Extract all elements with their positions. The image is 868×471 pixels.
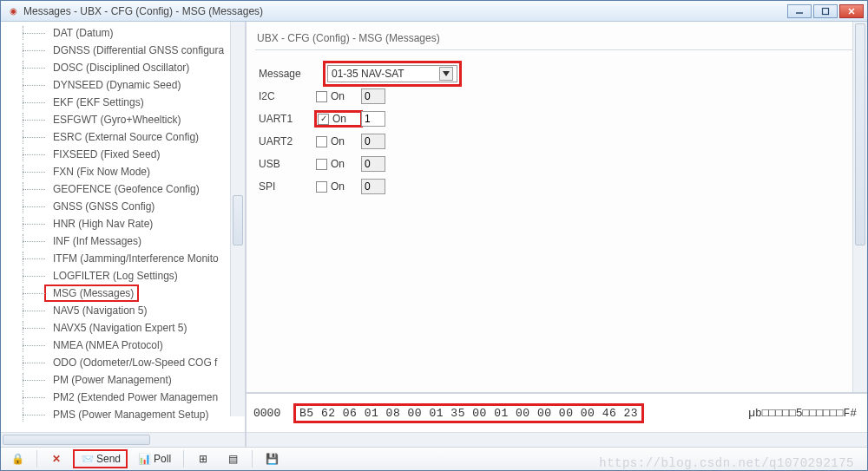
tree-item-label: INF (Inf Messages) — [49, 235, 141, 247]
port-label: I2C — [259, 90, 316, 102]
send-button[interactable]: 📨 Send — [73, 449, 128, 468]
port-rate-input[interactable] — [361, 111, 385, 127]
svg-marker-4 — [443, 71, 450, 76]
message-dropdown[interactable]: 01-35 NAV-SAT — [327, 65, 457, 82]
tree-item-label: PMS (Power Management Setup) — [49, 409, 208, 421]
tree-item[interactable]: ITFM (Jamming/Interference Monito — [1, 250, 245, 267]
dropdown-arrow-icon[interactable] — [439, 67, 453, 81]
watermark-text: https://blog.csdn.net/q1070292175 — [599, 456, 854, 470]
port-on-label: On — [331, 158, 345, 170]
message-tree[interactable]: DAT (Datum)DGNSS (Differential GNSS conf… — [1, 24, 245, 423]
tree-item-label: ODO (Odometer/Low-Speed COG f — [49, 357, 217, 369]
tree-item-label: NAVX5 (Navigation Expert 5) — [49, 322, 187, 334]
tree-hscrollbar[interactable] — [1, 432, 245, 447]
tree-item-label: DGNSS (Differential GNSS configura — [49, 44, 224, 56]
tree-item[interactable]: NAV5 (Navigation 5) — [1, 302, 245, 319]
tree-item-label: EKF (EKF Settings) — [49, 96, 144, 108]
delete-button[interactable]: ✕ — [43, 449, 69, 468]
poll-button[interactable]: 📊 Poll — [131, 449, 177, 468]
tree-item-label: ITFM (Jamming/Interference Monito — [49, 252, 219, 265]
port-on-label: On — [331, 90, 345, 102]
port-on-checkbox[interactable] — [316, 181, 327, 193]
message-select-highlight: 01-35 NAV-SAT — [323, 61, 462, 87]
tree-item-label: GEOFENCE (Geofence Config) — [49, 183, 200, 195]
port-on-checkbox[interactable] — [316, 91, 327, 102]
port-on-checkbox[interactable]: ✓ — [318, 114, 329, 125]
config-panel: UBX - CFG (Config) - MSG (Messages) Mess… — [247, 22, 867, 392]
sheet-icon: ▤ — [226, 452, 240, 466]
config-breadcrumb: UBX - CFG (Config) - MSG (Messages) — [255, 27, 858, 48]
send-icon: 📨 — [80, 452, 94, 466]
port-row-spi: SPIOn — [255, 175, 858, 198]
toolbar-action-1[interactable]: ⊞ — [190, 449, 216, 468]
tree-item[interactable]: DAT (Datum) — [1, 24, 245, 42]
tree-item-label: LOGFILTER (Log Settings) — [49, 270, 178, 282]
tree-item[interactable]: INF (Inf Messages) — [1, 232, 245, 250]
tree-item-label: GNSS (GNSS Config) — [49, 200, 155, 213]
tree-item[interactable]: MSG (Messages) — [1, 285, 245, 302]
poll-label: Poll — [154, 453, 171, 465]
tree-item-label: FIXSEED (Fixed Seed) — [49, 148, 160, 160]
port-label: UART2 — [259, 135, 316, 147]
tree-item-label: MSG (Messages) — [49, 287, 134, 299]
window-title: Messages - UBX - CFG (Config) - MSG (Mes… — [23, 5, 787, 17]
tree-item-label: PM2 (Extended Power Managemen — [49, 391, 218, 403]
lock-button[interactable]: 🔒 — [4, 449, 30, 468]
tree-item[interactable]: DOSC (Disciplined Oscillator) — [1, 59, 245, 76]
maximize-button[interactable] — [813, 4, 838, 18]
toolbar-divider — [183, 450, 184, 468]
tree-item-label: DYNSEED (Dynamic Seed) — [49, 79, 181, 91]
tree-item[interactable]: DGNSS (Differential GNSS configura — [1, 42, 245, 59]
port-on-label: On — [332, 113, 346, 125]
port-label: UART1 — [259, 113, 316, 125]
port-rate-input[interactable] — [361, 156, 385, 172]
hex-bytes: B5 62 06 01 08 00 01 35 00 01 00 00 00 0… — [293, 403, 644, 423]
message-tree-pane: DAT (Datum)DGNSS (Differential GNSS conf… — [1, 22, 247, 447]
close-button[interactable] — [839, 4, 864, 18]
tree-item[interactable]: GEOFENCE (Geofence Config) — [1, 180, 245, 198]
port-row-uart2: UART2On — [255, 130, 858, 153]
toolbar-action-3[interactable]: 💾 — [259, 449, 285, 468]
tree-item[interactable]: FIXSEED (Fixed Seed) — [1, 146, 245, 163]
port-on-label: On — [331, 135, 345, 147]
tree-item[interactable]: PM (Power Management) — [1, 371, 245, 389]
port-label: SPI — [259, 180, 316, 193]
port-row-i2c: I2COn — [255, 85, 858, 108]
tree-item[interactable]: PMS (Power Management Setup) — [1, 406, 245, 423]
tree-item-label: FXN (Fix Now Mode) — [49, 166, 150, 178]
port-on-checkbox[interactable] — [316, 136, 327, 147]
svg-rect-1 — [823, 8, 829, 14]
tree-item[interactable]: FXN (Fix Now Mode) — [1, 163, 245, 180]
toolbar-divider — [252, 450, 253, 468]
tree-item-label: DAT (Datum) — [49, 27, 114, 39]
port-on-checkbox[interactable] — [316, 159, 327, 170]
config-vscrollbar[interactable] — [852, 22, 867, 392]
hex-hscrollbar[interactable] — [247, 432, 867, 447]
port-on-label: On — [331, 180, 345, 193]
tree-item[interactable]: LOGFILTER (Log Settings) — [1, 267, 245, 285]
minimize-button[interactable] — [787, 4, 812, 18]
tree-item[interactable]: DYNSEED (Dynamic Seed) — [1, 76, 245, 94]
tree-item[interactable]: NMEA (NMEA Protocol) — [1, 337, 245, 354]
toolbar-divider — [36, 450, 37, 468]
tree-item-label: NMEA (NMEA Protocol) — [49, 339, 163, 351]
tree-item-label: HNR (High Nav Rate) — [49, 218, 153, 230]
port-rate-input[interactable] — [361, 179, 385, 194]
tree-vscrollbar[interactable] — [230, 22, 245, 416]
tree-item[interactable]: ESFGWT (Gyro+Wheeltick) — [1, 111, 245, 128]
tree-item[interactable]: ODO (Odometer/Low-Speed COG f — [1, 354, 245, 371]
tree-item-label: PM (Power Management) — [49, 374, 172, 386]
tree-item[interactable]: ESRC (External Source Config) — [1, 128, 245, 146]
port-rate-input[interactable] — [361, 88, 385, 104]
tree-item[interactable]: HNR (High Nav Rate) — [1, 215, 245, 232]
tree-item-label: DOSC (Disciplined Oscillator) — [49, 62, 189, 74]
tree-item[interactable]: PM2 (Extended Power Managemen — [1, 389, 245, 406]
tree-item[interactable]: NAVX5 (Navigation Expert 5) — [1, 319, 245, 337]
tree-item[interactable]: EKF (EKF Settings) — [1, 94, 245, 111]
hex-offset: 0000 — [253, 407, 293, 420]
port-rate-input[interactable] — [361, 134, 385, 149]
toolbar-action-2[interactable]: ▤ — [220, 449, 246, 468]
message-label: Message — [259, 68, 316, 80]
tree-item[interactable]: GNSS (GNSS Config) — [1, 198, 245, 215]
tree-item-label: ESFGWT (Gyro+Wheeltick) — [49, 114, 181, 126]
